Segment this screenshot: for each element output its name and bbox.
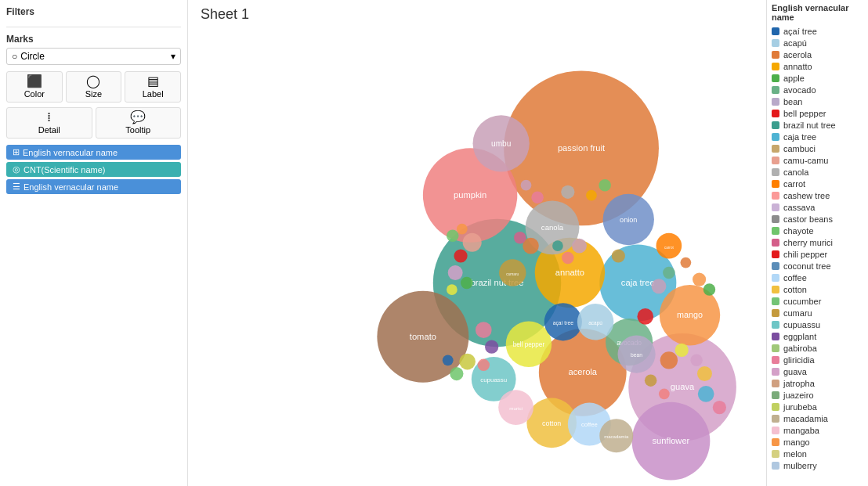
bubble-group[interactable]: bean: [617, 336, 655, 373]
label-icon: ▤: [147, 75, 159, 88]
detail-button[interactable]: ⁞ Detail: [6, 107, 92, 139]
bubble-circle: [697, 366, 712, 381]
bubble-circle: [663, 267, 675, 279]
bubble-group[interactable]: [447, 229, 458, 241]
bubble-group[interactable]: [690, 355, 702, 366]
bubble-group[interactable]: [663, 267, 675, 279]
bubble-group[interactable]: [599, 179, 610, 191]
bubble-group[interactable]: [450, 367, 463, 380]
bubble-circle: [652, 279, 667, 293]
bubble-group[interactable]: [454, 249, 467, 262]
bubble-circle: [698, 386, 714, 402]
bubble-group[interactable]: [572, 239, 587, 254]
legend-item-label: camu-camu: [783, 156, 828, 165]
legend-color-dot: [772, 321, 779, 329]
bubble-circle: [447, 229, 458, 241]
bubble-group[interactable]: [680, 257, 691, 268]
bubble-group[interactable]: [552, 240, 563, 251]
bubble-group[interactable]: [645, 374, 656, 386]
bubble-group[interactable]: carrot: [656, 233, 682, 259]
bubble-group[interactable]: [448, 265, 463, 280]
bubble-group[interactable]: [485, 340, 498, 354]
legend-item: coconut tree: [772, 261, 863, 271]
detail-icon: ⁞: [47, 111, 51, 124]
bubble-group[interactable]: [660, 351, 678, 369]
legend-item-label: cucumber: [783, 297, 821, 306]
bubble-group[interactable]: [713, 401, 726, 414]
bubble-group[interactable]: [463, 233, 482, 252]
bubble-group[interactable]: [459, 354, 476, 370]
bubble-circle: [690, 355, 702, 366]
bubble-group[interactable]: [659, 388, 670, 399]
bubble-group[interactable]: cumaru: [499, 259, 526, 286]
legend-color-dot: [772, 74, 779, 82]
label-label: Label: [143, 89, 164, 99]
label-button[interactable]: ▤ Label: [125, 71, 181, 103]
bubble-group[interactable]: sunflower: [632, 402, 711, 481]
bubble-group[interactable]: umbu: [473, 115, 530, 171]
legend-color-dot: [772, 262, 779, 270]
bubble-label: cumaru: [506, 272, 519, 276]
legend-color-dot: [772, 427, 779, 434]
bubble-group[interactable]: [521, 180, 532, 191]
bubble-group[interactable]: [637, 308, 653, 325]
bubble-circle: [552, 240, 563, 251]
bubble-group[interactable]: [447, 284, 458, 295]
bubble-group[interactable]: [586, 190, 597, 201]
pill-scientific-name[interactable]: ◎ CNT(Scientific name): [6, 162, 181, 177]
legend-color-dot: [772, 98, 779, 106]
legend-item-label: cumaru: [783, 308, 812, 318]
marks-type-dropdown[interactable]: ○ Circle ▾: [6, 48, 181, 65]
bubble-group[interactable]: onion: [603, 194, 654, 245]
tooltip-icon: 💬: [130, 111, 146, 124]
pill-english-vernacular[interactable]: ⊞ English vernacular name: [6, 145, 181, 160]
legend-item-label: gabiroba: [783, 344, 817, 353]
size-button[interactable]: ◯ Size: [66, 71, 122, 103]
legend-item-label: avocado: [783, 85, 816, 95]
bubble-group[interactable]: [612, 249, 625, 262]
bubble-circle: [454, 249, 467, 262]
bubble-label: sunflower: [653, 436, 690, 445]
bubble-group[interactable]: [514, 232, 526, 243]
legend-item: cotton: [772, 285, 863, 294]
bubble-group[interactable]: murici: [498, 390, 533, 425]
legend-item: cherry murici: [772, 238, 863, 247]
legend-color-dot: [772, 168, 779, 176]
bubble-circle: [443, 355, 454, 365]
bubble-group[interactable]: bell pepper: [506, 321, 552, 366]
bubble-group[interactable]: [697, 366, 712, 381]
tooltip-button[interactable]: 💬 Tooltip: [96, 107, 182, 139]
bubble-group[interactable]: [561, 185, 574, 199]
bubble-group[interactable]: [703, 283, 715, 295]
bubble-group[interactable]: [652, 279, 667, 293]
bubble-circle: [572, 239, 587, 254]
bubble-group[interactable]: macadamia: [599, 419, 633, 452]
legend-color-dot: [772, 344, 779, 352]
bubble-group[interactable]: [531, 191, 543, 203]
bubble-group[interactable]: [478, 359, 490, 371]
legend-item: bell pepper: [772, 109, 863, 118]
color-button[interactable]: ⬛ Color: [6, 71, 63, 103]
bubble-group[interactable]: açaí tree: [544, 303, 582, 340]
bubble-group[interactable]: [476, 322, 492, 338]
legend-color-dot: [772, 297, 779, 305]
bubble-label: mango: [677, 310, 703, 319]
legend: English vernacular name açaí treeacapúac…: [766, 0, 868, 486]
pill-english-vernacular-2[interactable]: ☰ English vernacular name: [6, 179, 181, 194]
legend-item: cucumber: [772, 297, 863, 306]
bubble-group[interactable]: acapú: [577, 304, 613, 340]
size-icon: ◯: [86, 75, 100, 88]
legend-item: macadamia: [772, 414, 863, 423]
bubble-group[interactable]: [675, 344, 689, 357]
bubble-group[interactable]: [698, 386, 714, 402]
bubble-group[interactable]: [461, 277, 472, 289]
bubble-label: tomato: [410, 332, 436, 341]
bubble-group[interactable]: [693, 273, 706, 286]
legend-item: bean: [772, 97, 863, 106]
bubble-group[interactable]: [562, 252, 573, 264]
legend-color-dot: [772, 39, 779, 47]
bubble-group[interactable]: [457, 224, 468, 235]
bubble-group[interactable]: [443, 355, 454, 365]
circle-icon: ○: [12, 51, 17, 62]
legend-item-label: macadamia: [783, 414, 828, 423]
